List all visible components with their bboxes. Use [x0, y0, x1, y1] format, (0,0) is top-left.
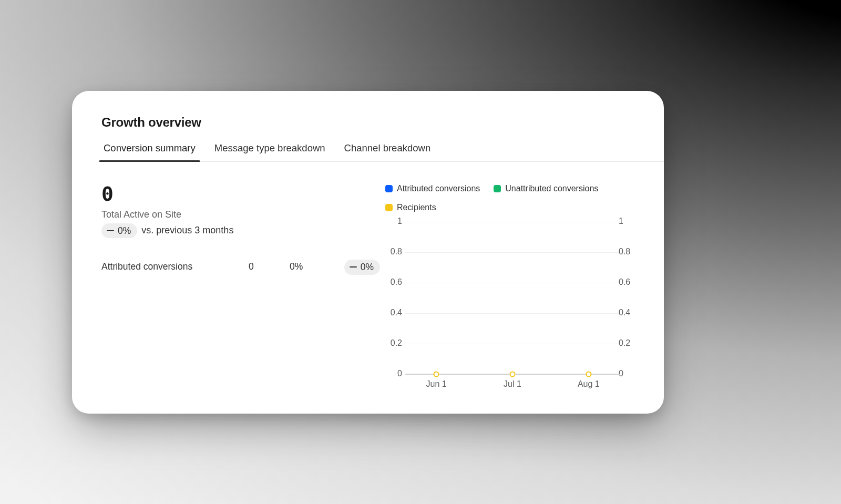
stat-row: Attributed conversions 0 0% 0%: [101, 259, 380, 274]
stat-delta-pill: 0%: [344, 260, 380, 275]
legend-swatch-unattributed: [494, 185, 501, 192]
y-tick-left: 0.2: [385, 338, 402, 348]
data-point: [510, 371, 516, 377]
tab-message-type-breakdown[interactable]: Message type breakdown: [212, 139, 327, 161]
legend-attributed[interactable]: Attributed conversions: [385, 184, 480, 193]
neutral-trend-icon: [350, 266, 357, 268]
legend-swatch-recipients: [385, 204, 393, 211]
x-tick: Aug 1: [578, 379, 600, 389]
grid-line: [405, 252, 620, 253]
y-tick-right: 0: [619, 369, 635, 378]
content-row: 0 Total Active on Site 0% vs. previous 3…: [101, 184, 634, 395]
data-point: [586, 371, 591, 377]
primary-metric-compare: 0% vs. previous 3 months: [101, 223, 380, 239]
stat-label: Attributed conversions: [101, 261, 249, 272]
chart-plot-area: 000.20.20.40.40.60.60.80.811Jun 1Jul 1Au…: [405, 222, 620, 374]
legend-label: Attributed conversions: [397, 184, 480, 193]
grid-line: [405, 283, 620, 283]
primary-metric-value: 0: [101, 184, 380, 204]
tab-label: Message type breakdown: [214, 142, 325, 153]
page-background: Growth overview Conversion summary Messa…: [0, 0, 841, 504]
primary-metric-label: Total Active on Site: [101, 209, 380, 220]
delta-pill: 0%: [101, 223, 137, 239]
stat-delta-value: 0%: [361, 261, 374, 273]
tab-channel-breakdown[interactable]: Channel breakdown: [342, 139, 433, 161]
data-point: [434, 371, 439, 377]
legend-swatch-attributed: [385, 185, 393, 192]
growth-overview-card: Growth overview Conversion summary Messa…: [72, 91, 664, 414]
y-tick-left: 0.8: [385, 247, 402, 256]
stat-percent: 0%: [290, 261, 331, 272]
tab-conversion-summary[interactable]: Conversion summary: [101, 139, 198, 161]
compare-text: vs. previous 3 months: [141, 225, 233, 236]
y-tick-right: 0.6: [619, 277, 635, 287]
y-tick-left: 0.4: [385, 308, 402, 317]
metrics-panel: 0 Total Active on Site 0% vs. previous 3…: [101, 184, 380, 395]
x-tick: Jul 1: [504, 379, 521, 389]
neutral-trend-icon: [107, 230, 114, 231]
tabs-container: Conversion summary Message type breakdow…: [101, 139, 664, 162]
grid-line: [405, 344, 620, 344]
y-tick-right: 0.2: [619, 338, 635, 348]
chart-legend: Attributed conversions Unattributed conv…: [385, 184, 634, 212]
y-tick-left: 1: [385, 217, 402, 226]
y-tick-right: 0.8: [619, 247, 635, 256]
conversion-chart: 000.20.20.40.40.60.60.80.811Jun 1Jul 1Au…: [385, 222, 634, 395]
y-tick-right: 0.4: [619, 308, 635, 317]
grid-line: [405, 313, 620, 314]
x-tick: Jun 1: [426, 379, 447, 389]
y-tick-right: 1: [619, 217, 635, 226]
delta-value: 0%: [118, 225, 131, 237]
tab-label: Conversion summary: [104, 142, 196, 153]
y-tick-left: 0: [385, 369, 402, 378]
chart-panel: Attributed conversions Unattributed conv…: [385, 184, 634, 395]
stat-value: 0: [249, 261, 290, 272]
legend-recipients[interactable]: Recipients: [385, 203, 634, 212]
legend-unattributed[interactable]: Unattributed conversions: [494, 184, 598, 193]
y-tick-left: 0.6: [385, 277, 402, 287]
card-title: Growth overview: [101, 115, 634, 130]
grid-line: [405, 222, 620, 222]
legend-label: Unattributed conversions: [505, 184, 598, 193]
tab-label: Channel breakdown: [344, 142, 431, 153]
legend-label: Recipients: [397, 203, 436, 212]
